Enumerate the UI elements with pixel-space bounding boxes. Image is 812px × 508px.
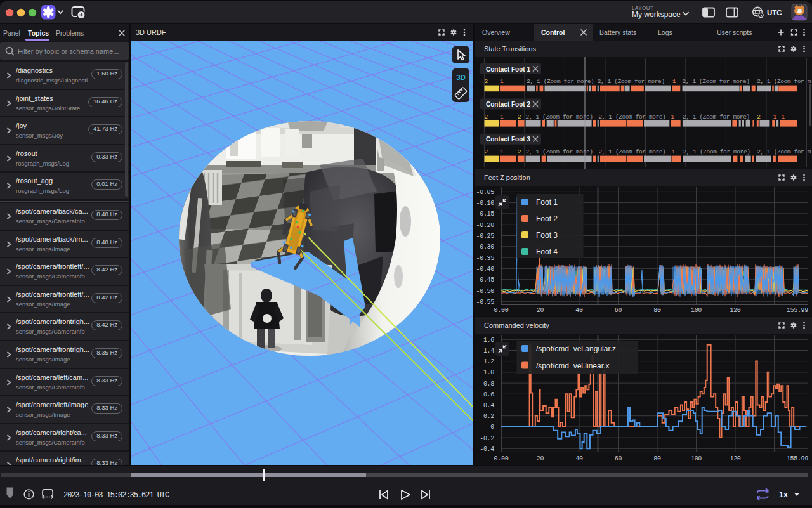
svg-text:Contact Foot 3: Contact Foot 3 (486, 136, 530, 143)
svg-text:2, 1 (Zoom for more): 2, 1 (Zoom for more) (526, 148, 593, 155)
svg-text:40: 40 (575, 455, 583, 462)
svg-text:2, 1 (Zoom for m: 2, 1 (Zoom for m (757, 78, 811, 85)
svg-text:Foot 3: Foot 3 (536, 231, 558, 240)
svg-text:2, 1 (Zoom for more): 2, 1 (Zoom for more) (598, 78, 665, 85)
svg-text:60: 60 (615, 455, 622, 462)
svg-text:2, 1 (Zoom for more): 2, 1 (Zoom for more) (683, 78, 750, 85)
svg-text:2023-10-03 15:02:35.621 UTC: 2023-10-03 15:02:35.621 UTC (63, 491, 169, 500)
svg-text:0.8: 0.8 (483, 381, 494, 388)
svg-text:-0.45: -0.45 (476, 277, 494, 283)
svg-text:/spot/cmd_vel.linear.x: /spot/cmd_vel.linear.x (536, 361, 609, 370)
svg-text:2: 2 (757, 114, 761, 120)
svg-text:-0.55: -0.55 (476, 299, 494, 306)
svg-text:My workspace: My workspace (632, 10, 681, 19)
svg-text:2: 2 (485, 148, 488, 155)
svg-text:2: 2 (485, 114, 488, 120)
svg-text:Commanded velocity: Commanded velocity (484, 322, 549, 329)
svg-text:2, 1 (Zoom for more): 2, 1 (Zoom for more) (598, 114, 665, 120)
svg-text:2, 1 (Zoom for more): 2, 1 (Zoom for more) (527, 78, 594, 85)
svg-text:2: 2 (485, 78, 488, 85)
svg-text:1: 1 (672, 78, 676, 85)
svg-text:1: 1 (671, 114, 674, 120)
svg-text:-0.05: -0.05 (476, 189, 494, 196)
svg-text:State Transitions: State Transitions (484, 45, 536, 53)
svg-text:1.0: 1.0 (483, 369, 494, 376)
svg-text:Foot 1: Foot 1 (536, 198, 558, 207)
svg-text:155.99: 155.99 (787, 455, 809, 462)
svg-text:1.4: 1.4 (483, 348, 494, 355)
svg-text:User scripts: User scripts (717, 29, 752, 36)
svg-text:2: 2 (518, 148, 521, 155)
svg-text:20: 20 (537, 307, 544, 314)
svg-text:Control: Control (541, 29, 565, 36)
svg-text:-0.2: -0.2 (480, 435, 494, 442)
svg-text:-0.25: -0.25 (476, 233, 494, 240)
svg-text:-0.30: -0.30 (476, 244, 494, 251)
svg-text:-0.15: -0.15 (476, 211, 494, 218)
svg-text:0.6: 0.6 (483, 391, 494, 398)
svg-text:1: 1 (500, 78, 504, 85)
svg-text:2: 2 (518, 114, 521, 120)
svg-text:0: 0 (490, 424, 494, 431)
svg-text:100: 100 (691, 455, 702, 462)
svg-text:0.2: 0.2 (483, 413, 494, 420)
svg-text:Feet Z position: Feet Z position (484, 174, 530, 181)
svg-text:UTC: UTC (767, 9, 782, 16)
svg-text:2, 1 (Zoom for more): 2, 1 (Zoom for more) (683, 148, 750, 155)
svg-text:Battery stats: Battery stats (599, 29, 636, 36)
svg-text:155.99: 155.99 (787, 307, 809, 314)
svg-text:Overview: Overview (482, 29, 510, 36)
svg-text:120: 120 (730, 307, 740, 314)
svg-text:1: 1 (500, 114, 504, 120)
svg-text:1: 1 (500, 148, 504, 155)
svg-text:-0.10: -0.10 (476, 200, 494, 207)
svg-text:1: 1 (672, 148, 676, 155)
svg-text:40: 40 (575, 307, 583, 314)
svg-text:-0.35: -0.35 (476, 255, 494, 262)
svg-text:1x: 1x (779, 490, 788, 499)
svg-text:0.4: 0.4 (483, 402, 494, 409)
svg-text:3D: 3D (456, 74, 466, 81)
svg-text:2, 1 (Zoom for more): 2, 1 (Zoom for more) (598, 148, 665, 155)
svg-text:-0.4: -0.4 (480, 446, 494, 453)
svg-text:-0.20: -0.20 (476, 222, 494, 229)
svg-text:0.00: 0.00 (494, 455, 509, 462)
svg-text:60: 60 (615, 307, 622, 314)
svg-text:1: 1 (773, 114, 777, 120)
svg-text:-0.50: -0.50 (476, 288, 494, 295)
svg-text:2, 1 (Zoom for more): 2, 1 (Zoom for more) (683, 114, 750, 120)
svg-text:1.2: 1.2 (483, 358, 494, 365)
svg-text:80: 80 (653, 307, 661, 314)
svg-text:/spot/cmd_vel.angular.z: /spot/cmd_vel.angular.z (536, 344, 616, 353)
svg-text:Foot 4: Foot 4 (536, 247, 558, 256)
svg-text:2, 1 (Zoom for m: 2, 1 (Zoom for m (757, 148, 811, 155)
svg-text:80: 80 (653, 455, 661, 462)
svg-text:Logs: Logs (658, 29, 672, 36)
svg-text:Foot 2: Foot 2 (536, 214, 558, 223)
svg-text:-0.40: -0.40 (476, 266, 494, 273)
svg-text:20: 20 (537, 455, 544, 462)
svg-text:1: 1 (781, 114, 785, 120)
svg-text:Contact Foot 1: Contact Foot 1 (486, 66, 530, 73)
svg-text:1.6: 1.6 (483, 337, 494, 344)
svg-text:0.00: 0.00 (494, 307, 509, 314)
svg-text:Contact Foot 2: Contact Foot 2 (486, 101, 530, 108)
svg-text:100: 100 (691, 307, 702, 314)
svg-text:2, 1 (Zoom for more): 2, 1 (Zoom for more) (526, 114, 593, 120)
svg-text:120: 120 (730, 455, 740, 462)
